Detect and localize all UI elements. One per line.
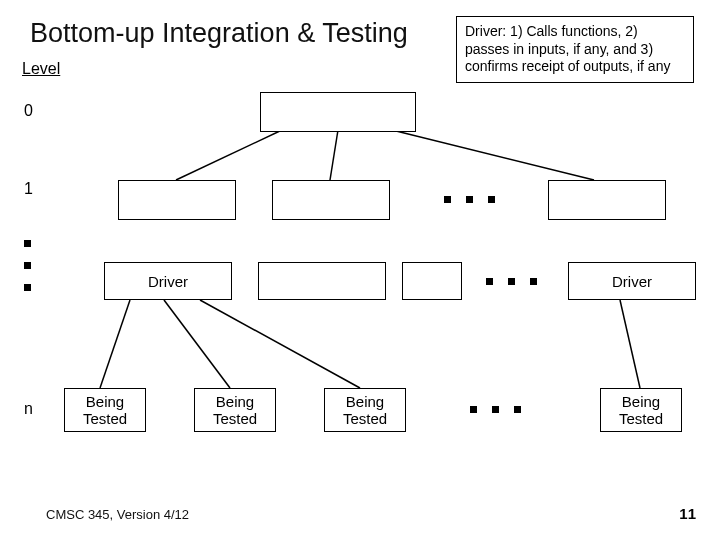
level-1-label: 1 [24, 180, 33, 198]
being-tested-box-1: Being Tested [64, 388, 146, 432]
being-tested-box-4: Being Tested [600, 388, 682, 432]
ellipsis-dot [470, 406, 477, 413]
slide-number: 11 [679, 505, 696, 522]
svg-line-2 [392, 130, 594, 180]
svg-line-5 [200, 300, 360, 388]
level1-box-3 [548, 180, 666, 220]
ellipsis-dot [24, 284, 31, 291]
level-0-label: 0 [24, 102, 33, 120]
ellipsis-dot [486, 278, 493, 285]
level-heading: Level [22, 60, 60, 78]
svg-line-3 [100, 300, 130, 388]
being-tested-box-3: Being Tested [324, 388, 406, 432]
svg-line-0 [176, 130, 282, 180]
ellipsis-dot [24, 240, 31, 247]
ellipsis-dot [466, 196, 473, 203]
svg-line-4 [164, 300, 230, 388]
ellipsis-dot [508, 278, 515, 285]
driver-box-left: Driver [104, 262, 232, 300]
level-n-label: n [24, 400, 33, 418]
svg-line-1 [330, 130, 338, 180]
being-tested-box-2: Being Tested [194, 388, 276, 432]
footer-course-version: CMSC 345, Version 4/12 [46, 507, 189, 522]
level1-box-1 [118, 180, 236, 220]
ellipsis-dot [492, 406, 499, 413]
slide-title: Bottom-up Integration & Testing [30, 18, 408, 49]
ellipsis-dot [24, 262, 31, 269]
driver-row-box-2 [258, 262, 386, 300]
level1-box-2 [272, 180, 390, 220]
ellipsis-dot [514, 406, 521, 413]
ellipsis-dot [530, 278, 537, 285]
driver-row-box-3 [402, 262, 462, 300]
ellipsis-dot [444, 196, 451, 203]
driver-box-right: Driver [568, 262, 696, 300]
level0-box [260, 92, 416, 132]
svg-line-6 [620, 300, 640, 388]
driver-callout: Driver: 1) Calls functions, 2) passes in… [456, 16, 694, 83]
ellipsis-dot [488, 196, 495, 203]
